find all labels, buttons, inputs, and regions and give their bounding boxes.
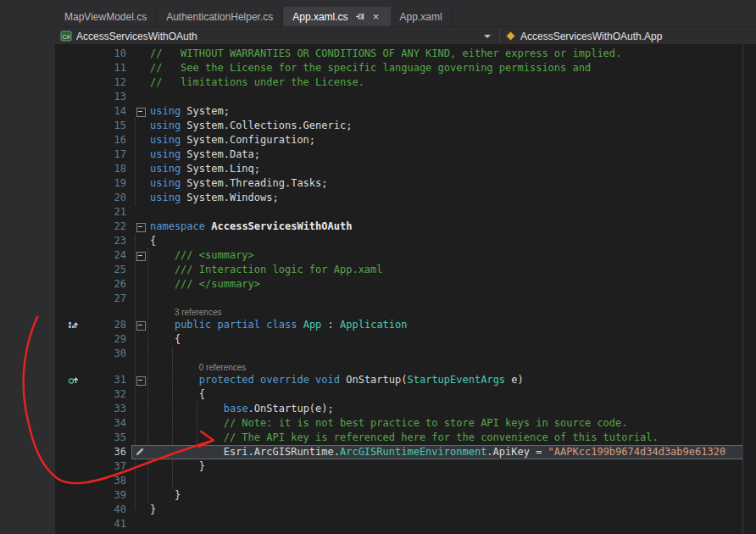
glyph-margin[interactable] xyxy=(55,332,89,347)
code-text[interactable] xyxy=(150,474,743,488)
glyph-margin[interactable] xyxy=(55,248,89,263)
code-text[interactable]: { xyxy=(150,387,743,402)
tab-app-xaml[interactable]: App.xaml xyxy=(391,7,453,26)
code-text[interactable]: using System; xyxy=(150,104,743,119)
glyph-margin[interactable] xyxy=(55,47,89,61)
glyph-margin[interactable] xyxy=(55,176,89,191)
fold-margin xyxy=(131,517,150,531)
fold-margin xyxy=(131,90,150,104)
glyph-margin[interactable] xyxy=(55,292,89,306)
code-text[interactable] xyxy=(150,292,743,306)
code-text[interactable]: using System.Data; xyxy=(150,147,743,162)
code-area: 10// WITHOUT WARRANTIES OR CONDITIONS OF… xyxy=(55,44,743,534)
code-line: 24 /// <summary> xyxy=(55,248,743,263)
glyph-margin[interactable] xyxy=(55,373,89,387)
code-text[interactable]: using System.Linq; xyxy=(150,162,743,176)
fold-collapse-button[interactable] xyxy=(136,321,146,331)
glyph-margin[interactable] xyxy=(55,318,89,332)
code-text[interactable]: using System.Threading.Tasks; xyxy=(150,176,743,191)
line-number: 25 xyxy=(89,263,131,277)
glyph-margin[interactable] xyxy=(55,205,89,220)
code-text[interactable]: { xyxy=(150,332,743,347)
code-text[interactable]: } xyxy=(150,503,743,517)
glyph-margin[interactable] xyxy=(55,445,89,459)
code-text[interactable]: // limitations under the License. xyxy=(150,75,743,90)
type-dropdown[interactable]: AccessServicesWithOAuth.App xyxy=(500,27,667,45)
code-text[interactable]: // WITHOUT WARRANTIES OR CONDITIONS OF A… xyxy=(150,47,743,61)
code-line: 10// WITHOUT WARRANTIES OR CONDITIONS OF… xyxy=(55,47,743,61)
code-line: 22namespace AccessServicesWithOAuth xyxy=(55,220,743,234)
code-text[interactable] xyxy=(150,90,743,104)
tab-authenticationhelper-cs[interactable]: AuthenticationHelper.cs xyxy=(157,7,283,26)
fold-margin xyxy=(131,416,150,431)
code-editor[interactable]: 10// WITHOUT WARRANTIES OR CONDITIONS OF… xyxy=(55,44,756,534)
glyph-margin[interactable] xyxy=(55,147,89,162)
code-text[interactable]: using System.Collections.Generic; xyxy=(150,119,743,133)
glyph-margin[interactable] xyxy=(55,277,89,292)
glyph-margin[interactable] xyxy=(55,347,89,361)
glyph-margin[interactable] xyxy=(55,61,89,75)
glyph-margin[interactable] xyxy=(55,162,89,176)
code-text[interactable]: base.OnStartup(e); xyxy=(150,402,743,416)
line-number: 28 xyxy=(89,318,131,332)
navigation-bar: C# AccessServicesWithOAuth AccessService… xyxy=(55,26,756,45)
fold-collapse-button[interactable] xyxy=(136,376,146,386)
code-text[interactable]: /// Interaction logic for App.xaml xyxy=(150,263,743,277)
code-line: 12// limitations under the License. xyxy=(55,75,743,90)
code-line: 19using System.Threading.Tasks; xyxy=(55,176,743,191)
glyph-margin[interactable] xyxy=(55,263,89,277)
tab-app-xaml-cs[interactable]: App.xaml.cs× xyxy=(283,7,390,26)
glyph-margin[interactable] xyxy=(55,416,89,431)
glyph-margin[interactable] xyxy=(55,402,89,416)
code-text[interactable] xyxy=(150,205,743,220)
glyph-margin[interactable] xyxy=(55,517,89,531)
glyph-margin[interactable] xyxy=(55,488,89,503)
code-line: 26 /// </summary> xyxy=(55,277,743,292)
close-icon[interactable]: × xyxy=(371,11,381,22)
fold-collapse-button[interactable] xyxy=(136,223,146,232)
glyph-margin[interactable] xyxy=(55,474,89,488)
codelens-references-link[interactable]: 0 references xyxy=(199,362,247,373)
code-text[interactable]: // Note: it is not best practice to stor… xyxy=(150,416,743,431)
codelens-references-link[interactable]: 3 references xyxy=(175,307,222,318)
glyph-margin[interactable] xyxy=(55,133,89,147)
glyph-margin[interactable] xyxy=(55,387,89,402)
project-dropdown[interactable]: C# AccessServicesWithOAuth xyxy=(55,27,499,45)
fold-collapse-button[interactable] xyxy=(136,108,146,117)
glyph-margin[interactable] xyxy=(55,431,89,445)
code-text[interactable] xyxy=(150,347,743,361)
code-line: 21 xyxy=(55,205,743,220)
glyph-margin[interactable] xyxy=(55,220,89,234)
line-number: 31 xyxy=(89,373,131,387)
vertical-scrollbar[interactable] xyxy=(742,44,756,534)
glyph-margin[interactable] xyxy=(55,104,89,119)
line-number: 15 xyxy=(89,119,131,133)
glyph-margin[interactable] xyxy=(55,306,89,318)
code-text[interactable]: } xyxy=(150,488,743,503)
code-text[interactable]: Esri.ArcGISRuntime.ArcGISRuntimeEnvironm… xyxy=(150,445,743,459)
glyph-margin[interactable] xyxy=(55,75,89,90)
code-text[interactable]: // See the License for the specific lang… xyxy=(150,61,743,75)
code-text[interactable]: // The API key is referenced here for th… xyxy=(150,431,743,445)
glyph-margin[interactable] xyxy=(55,119,89,133)
glyph-margin[interactable] xyxy=(55,361,89,373)
fold-collapse-button[interactable] xyxy=(136,252,146,261)
code-text[interactable]: using System.Configuration; xyxy=(150,133,743,147)
chevron-down-icon[interactable] xyxy=(484,35,491,38)
code-text[interactable]: namespace AccessServicesWithOAuth xyxy=(150,220,743,234)
code-text[interactable]: public partial class App : Application xyxy=(150,318,743,332)
code-text[interactable] xyxy=(150,517,743,531)
tab-mapviewmodel-cs[interactable]: MapViewModel.cs xyxy=(55,7,157,26)
code-text[interactable]: protected override void OnStartup(Startu… xyxy=(150,373,743,387)
glyph-margin[interactable] xyxy=(55,191,89,205)
code-text[interactable]: { xyxy=(150,234,743,248)
glyph-margin[interactable] xyxy=(55,459,89,474)
glyph-margin[interactable] xyxy=(55,503,89,517)
glyph-margin[interactable] xyxy=(55,234,89,248)
code-text[interactable]: using System.Windows; xyxy=(150,191,743,205)
code-text[interactable]: /// <summary> xyxy=(150,248,743,263)
code-text[interactable]: /// </summary> xyxy=(150,277,743,292)
glyph-margin[interactable] xyxy=(55,90,89,104)
pin-icon[interactable] xyxy=(355,11,366,22)
code-text[interactable]: } xyxy=(150,459,743,474)
